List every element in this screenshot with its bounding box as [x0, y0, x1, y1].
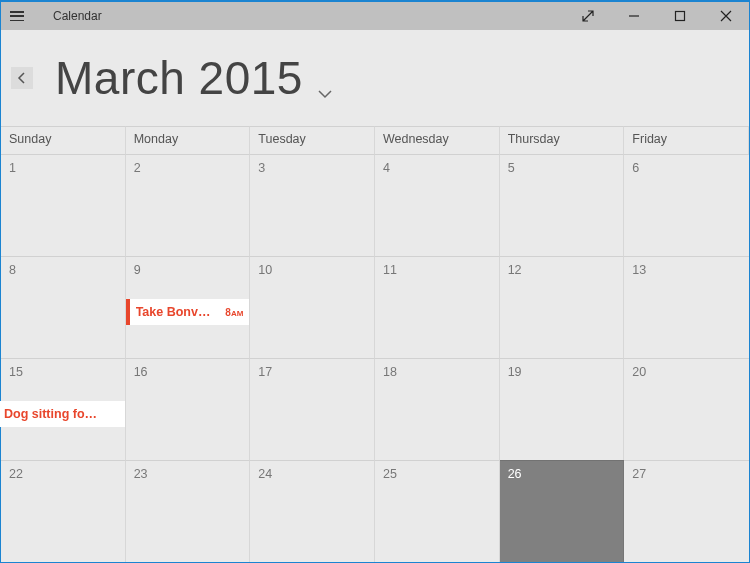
weekday-header: Tuesday [250, 126, 375, 154]
calendar-grid: Sunday Monday Tuesday Wednesday Thursday… [1, 126, 749, 562]
day-cell[interactable]: 6 [624, 154, 749, 256]
day-cell[interactable]: 2 [126, 154, 251, 256]
day-cell[interactable]: 17 [250, 358, 375, 460]
day-number: 4 [383, 161, 390, 175]
hamburger-icon [10, 11, 24, 21]
day-number: 19 [508, 365, 522, 379]
day-cell-today[interactable]: 26 [500, 460, 625, 562]
month-label: March 2015 [55, 51, 303, 105]
event-time: 8AM [225, 307, 243, 318]
day-number: 24 [258, 467, 272, 481]
minimize-button[interactable] [611, 2, 657, 30]
day-cell[interactable]: 20 [624, 358, 749, 460]
day-number: 9 [134, 263, 141, 277]
chevron-left-icon [17, 72, 27, 84]
day-number: 15 [9, 365, 23, 379]
previous-month-button[interactable] [11, 67, 33, 89]
weekday-header: Friday [624, 126, 749, 154]
day-number: 3 [258, 161, 265, 175]
day-number: 20 [632, 365, 646, 379]
minimize-icon [628, 10, 640, 22]
day-cell[interactable]: 18 [375, 358, 500, 460]
app-title: Calendar [53, 9, 102, 23]
day-cell[interactable]: 4 [375, 154, 500, 256]
day-number: 12 [508, 263, 522, 277]
day-number: 6 [632, 161, 639, 175]
titlebar: Calendar [1, 2, 749, 30]
window-controls [565, 2, 749, 30]
day-cell[interactable]: 10 [250, 256, 375, 358]
day-cell[interactable]: 19 [500, 358, 625, 460]
app-window: Calendar March 2015 [0, 0, 750, 563]
chevron-down-icon [317, 86, 333, 104]
day-number: 5 [508, 161, 515, 175]
weekday-header: Sunday [1, 126, 126, 154]
day-number: 11 [383, 263, 397, 277]
month-picker[interactable]: March 2015 [55, 51, 333, 105]
day-number: 17 [258, 365, 272, 379]
maximize-icon [674, 10, 686, 22]
expand-button[interactable] [565, 2, 611, 30]
event-title: Take Bonv… [136, 305, 222, 319]
day-cell[interactable]: 1 [1, 154, 126, 256]
calendar-event[interactable]: Dog sitting fo… [0, 401, 125, 427]
close-button[interactable] [703, 2, 749, 30]
svg-rect-1 [676, 12, 685, 21]
weekday-header: Thursday [500, 126, 625, 154]
day-number: 23 [134, 467, 148, 481]
day-cell[interactable]: 5 [500, 154, 625, 256]
day-number: 18 [383, 365, 397, 379]
day-number: 26 [508, 467, 522, 481]
day-number: 10 [258, 263, 272, 277]
day-cell[interactable]: 12 [500, 256, 625, 358]
day-number: 22 [9, 467, 23, 481]
day-cell[interactable]: 13 [624, 256, 749, 358]
day-cell[interactable]: 23 [126, 460, 251, 562]
weekday-header: Monday [126, 126, 251, 154]
month-header: March 2015 [1, 30, 749, 126]
day-number: 2 [134, 161, 141, 175]
day-number: 13 [632, 263, 646, 277]
day-cell[interactable]: 24 [250, 460, 375, 562]
maximize-button[interactable] [657, 2, 703, 30]
weekday-header: Wednesday [375, 126, 500, 154]
calendar-event[interactable]: Take Bonv… 8AM [126, 299, 250, 325]
day-cell[interactable]: 15 Dog sitting fo… [1, 358, 126, 460]
day-number: 8 [9, 263, 16, 277]
day-number: 1 [9, 161, 16, 175]
hamburger-menu-button[interactable] [1, 2, 33, 30]
day-cell[interactable]: 27 [624, 460, 749, 562]
day-cell[interactable]: 11 [375, 256, 500, 358]
day-number: 25 [383, 467, 397, 481]
day-number: 27 [632, 467, 646, 481]
day-cell[interactable]: 16 [126, 358, 251, 460]
day-cell[interactable]: 8 [1, 256, 126, 358]
day-cell[interactable]: 9 Take Bonv… 8AM [126, 256, 251, 358]
day-cell[interactable]: 22 [1, 460, 126, 562]
close-icon [720, 10, 732, 22]
expand-icon [581, 9, 595, 23]
day-cell[interactable]: 25 [375, 460, 500, 562]
day-number: 16 [134, 365, 148, 379]
event-title: Dog sitting fo… [4, 407, 119, 421]
day-cell[interactable]: 3 [250, 154, 375, 256]
